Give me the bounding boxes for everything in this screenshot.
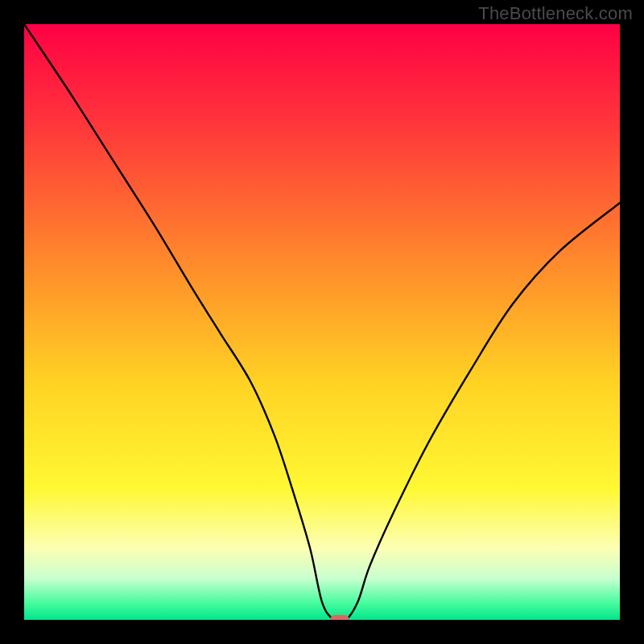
bottleneck-curve (24, 24, 620, 620)
optimum-marker (330, 615, 349, 620)
chart-frame: TheBottleneck.com (0, 0, 644, 644)
plot-area (24, 24, 620, 620)
watermark-text: TheBottleneck.com (478, 3, 633, 24)
